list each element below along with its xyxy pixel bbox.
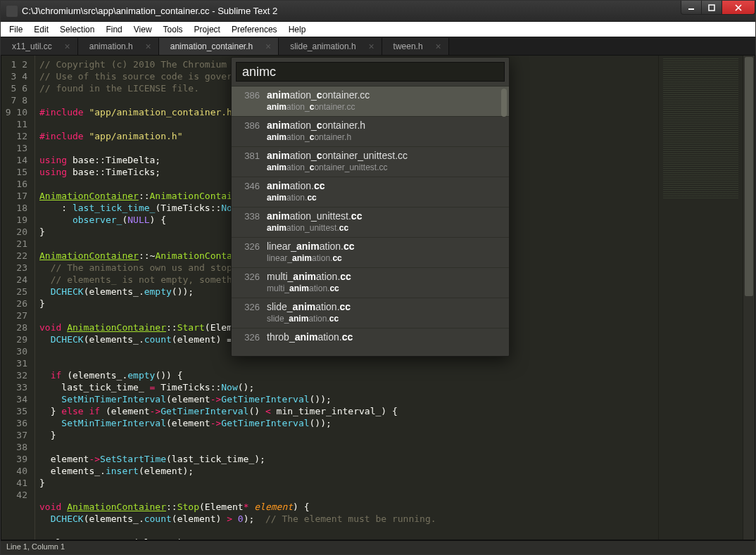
window-buttons <box>681 1 755 15</box>
goto-result-title: animation_container_unittest.cc <box>267 149 502 162</box>
titlebar: C:\J\chromium\src\app\animation_containe… <box>1 1 755 22</box>
menu-selection[interactable]: Selection <box>54 23 100 36</box>
tab[interactable]: slide_animation.h <box>279 38 382 55</box>
statusbar: Line 1, Column 1 <box>1 540 755 554</box>
goto-result-title: animation.cc <box>267 179 502 192</box>
goto-result-path: animation_unittest.cc <box>267 222 502 234</box>
code-line: } <box>39 477 658 489</box>
goto-result-score: 326 <box>239 300 260 312</box>
minimap[interactable] <box>658 56 743 540</box>
goto-result-item[interactable]: 381animation_container_unittest.ccanimat… <box>232 146 509 177</box>
goto-results-list: 386animation_container.ccanimation_conta… <box>232 86 509 356</box>
tab[interactable]: animation.h <box>78 38 159 55</box>
goto-result-score: 346 <box>239 179 260 191</box>
goto-result-path: animation_container.h <box>267 132 502 143</box>
app-window: C:\J\chromium\src\app\animation_containe… <box>0 0 756 555</box>
goto-result-title: animation_container.h <box>267 119 502 132</box>
goto-result-path: multi_animation.cc <box>267 283 502 294</box>
minimize-button[interactable] <box>681 1 702 15</box>
tab-label: animation_container.h <box>170 42 253 51</box>
code-line: elements_.erase(element); <box>39 537 658 540</box>
code-line: DCHECK(elements_.count(element) > 0); //… <box>39 513 658 525</box>
menu-preferences[interactable]: Preferences <box>226 23 283 36</box>
goto-scrollbar-thumb[interactable] <box>501 89 507 117</box>
maximize-button[interactable] <box>701 1 722 15</box>
code-line: void AnimationContainer::Stop(Element* e… <box>39 501 658 513</box>
goto-result-score: 386 <box>239 89 260 101</box>
svg-rect-1 <box>709 5 714 11</box>
code-line: elements_.insert(element); <box>39 465 658 477</box>
code-line <box>39 525 658 537</box>
app-icon <box>6 6 18 17</box>
goto-result-path: linear_animation.cc <box>267 253 502 264</box>
tab-label: animation.h <box>89 42 133 51</box>
goto-result-item[interactable]: 386animation_container.ccanimation_conta… <box>232 86 509 116</box>
menu-file[interactable]: File <box>4 23 28 36</box>
code-line: element->SetStartTime(last_tick_time_); <box>39 453 658 465</box>
goto-anything-panel: 386animation_container.ccanimation_conta… <box>231 57 510 357</box>
goto-result-item[interactable]: 326multi_animation.ccmulti_animation.cc <box>232 267 509 298</box>
goto-result-item[interactable]: 326throb_animation.cc <box>232 328 509 356</box>
tabbar: x11_util.ccanimation.hanimation_containe… <box>1 37 755 56</box>
window-title: C:\J\chromium\src\app\animation_containe… <box>22 6 277 16</box>
tab-label: slide_animation.h <box>290 42 355 51</box>
code-line: } else if (element->GetTimerInterval() <… <box>39 405 658 417</box>
menu-help[interactable]: Help <box>283 23 312 36</box>
goto-result-score: 338 <box>239 210 260 222</box>
goto-search-input[interactable] <box>236 62 505 82</box>
goto-result-title: multi_animation.cc <box>267 270 502 283</box>
maximize-icon <box>708 4 715 11</box>
code-line <box>39 441 658 453</box>
goto-result-path: animation.cc <box>267 192 502 203</box>
goto-result-title: slide_animation.cc <box>267 300 502 313</box>
goto-result-score: 381 <box>239 149 260 161</box>
minimap-content <box>663 58 738 199</box>
editor-area: 1 2 3 4 5 6 7 8 9 10 11 12 13 14 15 16 1… <box>1 56 755 540</box>
code-line <box>39 357 658 369</box>
tab[interactable]: animation_container.h <box>159 38 279 55</box>
code-line <box>39 489 658 501</box>
goto-result-item[interactable]: 338animation_unittest.ccanimation_unitte… <box>232 207 509 237</box>
cursor-position: Line 1, Column 1 <box>6 542 65 551</box>
goto-result-path: slide_animation.cc <box>267 313 502 324</box>
goto-result-score: 326 <box>239 270 260 282</box>
goto-result-item[interactable]: 386animation_container.hanimation_contai… <box>232 116 509 146</box>
code-line: } <box>39 429 658 441</box>
goto-result-title: animation_container.cc <box>267 89 502 101</box>
goto-result-score: 326 <box>239 331 260 343</box>
goto-result-score: 386 <box>239 119 260 131</box>
code-line: SetMinTimerInterval(element->GetTimerInt… <box>39 417 658 429</box>
goto-result-item[interactable]: 326linear_animation.cclinear_animation.c… <box>232 237 509 267</box>
goto-result-title: throb_animation.cc <box>267 331 502 343</box>
goto-result-title: animation_unittest.cc <box>267 210 502 222</box>
menu-edit[interactable]: Edit <box>28 23 54 36</box>
vertical-scrollbar[interactable] <box>743 56 755 540</box>
goto-result-item[interactable]: 326slide_animation.ccslide_animation.cc <box>232 298 509 328</box>
code-line: SetMinTimerInterval(element->GetTimerInt… <box>39 393 658 405</box>
line-gutter: 1 2 3 4 5 6 7 8 9 10 11 12 13 14 15 16 1… <box>1 56 35 540</box>
goto-result-path: animation_container_unittest.cc <box>267 162 502 173</box>
menu-view[interactable]: View <box>128 23 158 36</box>
code-line: last_tick_time_ = TimeTicks::Now(); <box>39 381 658 393</box>
tab-label: x11_util.cc <box>12 42 52 51</box>
close-button[interactable] <box>722 1 755 15</box>
scrollbar-thumb[interactable] <box>745 57 753 296</box>
menu-tools[interactable]: Tools <box>158 23 189 36</box>
tab[interactable]: tween.h <box>382 38 449 55</box>
menu-find[interactable]: Find <box>100 23 127 36</box>
close-icon <box>735 4 742 11</box>
tab[interactable]: x11_util.cc <box>1 38 78 55</box>
code-line: if (elements_.empty()) { <box>39 369 658 381</box>
menubar: FileEditSelectionFindViewToolsProjectPre… <box>1 22 755 37</box>
svg-rect-0 <box>688 8 694 10</box>
minimize-icon <box>688 4 695 11</box>
goto-result-path: animation_container.cc <box>267 101 502 113</box>
tab-label: tween.h <box>393 42 423 51</box>
goto-result-score: 326 <box>239 240 260 252</box>
goto-result-title: linear_animation.cc <box>267 240 502 253</box>
goto-result-item[interactable]: 346animation.ccanimation.cc <box>232 177 509 207</box>
menu-project[interactable]: Project <box>189 23 226 36</box>
